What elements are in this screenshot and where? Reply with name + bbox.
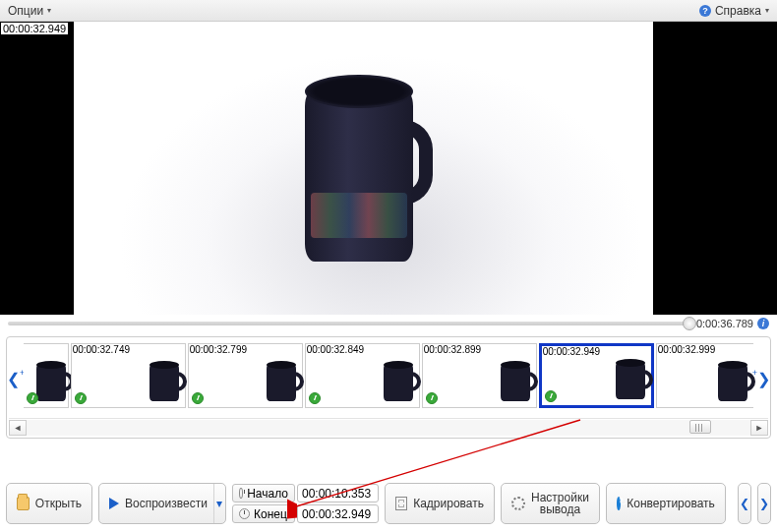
thumbnail-time: 00:00:32.949 bbox=[542, 346, 601, 357]
top-menu-bar: Опции ▾ ? Справка ▾ bbox=[0, 0, 777, 22]
preview-timestamp: 00:00:32.949 bbox=[0, 22, 69, 35]
open-label: Открыть bbox=[35, 497, 82, 510]
settings-label: Настройкивывода bbox=[531, 492, 589, 515]
clock-icon bbox=[426, 392, 438, 404]
thumbnail-item[interactable]: 00:00:32.999 bbox=[656, 343, 753, 408]
bottom-toolbar: Открыть Воспроизвести ▾ Начало 00:00:10.… bbox=[6, 483, 771, 524]
scroll-left-button[interactable]: ◄ bbox=[9, 420, 27, 436]
clock-icon bbox=[27, 392, 38, 404]
seek-track[interactable] bbox=[8, 322, 690, 325]
seek-bar[interactable]: 0:00:36.789 i bbox=[0, 315, 777, 332]
mark-in-label: Начало bbox=[247, 487, 288, 501]
mug-image bbox=[295, 75, 433, 262]
clock-icon bbox=[545, 390, 557, 402]
help-menu[interactable]: ? Справка ▾ bbox=[699, 4, 769, 18]
video-preview: 00:00:32.949 bbox=[0, 22, 777, 315]
mark-in-button[interactable]: Начало bbox=[232, 484, 295, 502]
thumbnail-time: 00:00:32.999 bbox=[657, 344, 716, 355]
mark-in-time-field[interactable]: 00:00:10.353 bbox=[297, 484, 379, 502]
convert-icon bbox=[617, 497, 621, 510]
clock-icon bbox=[309, 392, 321, 404]
clock-icon bbox=[239, 508, 250, 519]
scroll-right-button[interactable]: ► bbox=[750, 420, 768, 436]
mark-out-label: Конец bbox=[254, 507, 287, 521]
mark-out-button[interactable]: Конец bbox=[232, 504, 295, 523]
clock-icon bbox=[75, 392, 87, 404]
thumbnail-partial[interactable] bbox=[24, 343, 69, 408]
chevron-down-icon: ▾ bbox=[765, 6, 769, 15]
play-button[interactable]: Воспроизвести ▾ bbox=[98, 483, 226, 524]
thumbs-prev-button[interactable]: ❮+ bbox=[9, 343, 23, 414]
help-label: Справка bbox=[715, 4, 761, 18]
thumbnail-time: 00:00:32.899 bbox=[423, 344, 482, 355]
mark-group: Начало 00:00:10.353 Конец 00:00:32.949 bbox=[232, 484, 379, 523]
chevron-right-icon: ❯ bbox=[759, 497, 769, 510]
seek-thumb[interactable] bbox=[683, 317, 696, 330]
output-settings-button[interactable]: Настройкивывода bbox=[501, 483, 600, 524]
clock-icon bbox=[239, 488, 243, 499]
total-duration: 0:00:36.789 bbox=[696, 318, 753, 329]
chevron-down-icon: ▾ bbox=[47, 6, 51, 15]
options-menu[interactable]: Опции ▾ bbox=[8, 4, 51, 18]
play-dropdown-icon[interactable]: ▾ bbox=[213, 484, 225, 523]
thumbnail-item-selected[interactable]: 00:00:32.949 bbox=[539, 343, 654, 408]
thumbnail-time: 00:00:32.749 bbox=[72, 344, 131, 355]
open-button[interactable]: Открыть bbox=[6, 483, 92, 524]
thumbs-scrollbar[interactable]: ◄ ► bbox=[9, 418, 768, 436]
scroll-track[interactable] bbox=[27, 420, 750, 436]
convert-label: Конвертировать bbox=[627, 497, 715, 510]
crop-label: Кадрировать bbox=[413, 497, 484, 510]
scroll-handle[interactable] bbox=[689, 420, 711, 434]
history-forward-button[interactable]: ❯ bbox=[757, 483, 771, 524]
thumbnail-item[interactable]: 00:00:32.799 bbox=[188, 343, 303, 408]
gear-icon bbox=[511, 497, 525, 510]
play-icon bbox=[109, 498, 119, 509]
help-icon: ? bbox=[699, 5, 711, 17]
mark-in-time: 00:00:10.353 bbox=[302, 487, 371, 501]
chevron-left-icon: ❮ bbox=[740, 497, 749, 510]
folder-icon bbox=[17, 497, 30, 510]
play-label: Воспроизвести bbox=[125, 497, 208, 510]
history-back-button[interactable]: ❮ bbox=[738, 483, 751, 524]
mark-out-time-field[interactable]: 00:00:32.949 bbox=[297, 504, 379, 523]
preview-frame[interactable] bbox=[74, 22, 653, 315]
thumbnail-time: 00:00:32.849 bbox=[306, 344, 365, 355]
convert-button[interactable]: Конвертировать bbox=[606, 483, 726, 524]
thumbnail-item[interactable]: 00:00:32.899 bbox=[422, 343, 537, 408]
crop-icon bbox=[395, 497, 407, 510]
thumbnail-item[interactable]: 00:00:32.749 bbox=[71, 343, 186, 408]
thumbnail-strip: ❮+ 00:00:32.749 00:00:32.799 00:00:32.84… bbox=[6, 336, 771, 439]
clock-icon bbox=[192, 392, 204, 404]
letterbox-left bbox=[0, 22, 74, 315]
crop-button[interactable]: Кадрировать bbox=[385, 483, 495, 524]
letterbox-right bbox=[653, 22, 777, 315]
thumbs-next-button[interactable]: +❯ bbox=[754, 343, 768, 414]
mark-out-time: 00:00:32.949 bbox=[302, 507, 371, 521]
thumbnail-time: 00:00:32.799 bbox=[189, 344, 248, 355]
options-label: Опции bbox=[8, 4, 43, 18]
info-icon[interactable]: i bbox=[757, 318, 769, 329]
thumbnail-item[interactable]: 00:00:32.849 bbox=[305, 343, 420, 408]
